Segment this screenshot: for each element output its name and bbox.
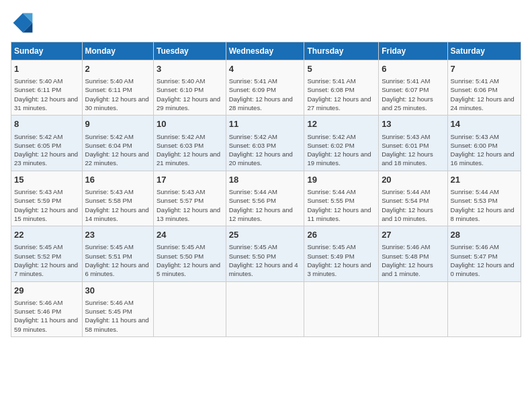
day-info: Sunrise: 5:42 AMSunset: 6:03 PMDaylight:…: [229, 132, 302, 168]
day-number: 28: [451, 229, 518, 241]
calendar-cell: 20Sunrise: 5:44 AMSunset: 5:54 PMDayligh…: [379, 171, 447, 226]
header-cell-saturday: Saturday: [447, 42, 521, 60]
calendar-cell: 26Sunrise: 5:45 AMSunset: 5:49 PMDayligh…: [304, 226, 379, 281]
day-info: Sunrise: 5:45 AMSunset: 5:50 PMDaylight:…: [229, 242, 302, 278]
day-number: 6: [382, 63, 444, 75]
day-number: 23: [85, 229, 150, 241]
day-number: 25: [229, 229, 302, 241]
calendar-cell: 24Sunrise: 5:45 AMSunset: 5:50 PMDayligh…: [154, 226, 226, 281]
day-number: 4: [229, 63, 302, 75]
calendar-body: 1Sunrise: 5:40 AMSunset: 6:11 PMDaylight…: [11, 60, 521, 337]
day-number: 12: [307, 118, 375, 130]
calendar-cell: 10Sunrise: 5:42 AMSunset: 6:03 PMDayligh…: [154, 116, 226, 171]
calendar-cell: 27Sunrise: 5:46 AMSunset: 5:48 PMDayligh…: [379, 226, 447, 281]
calendar-cell: 14Sunrise: 5:43 AMSunset: 6:00 PMDayligh…: [447, 116, 521, 171]
calendar-cell: 11Sunrise: 5:42 AMSunset: 6:03 PMDayligh…: [226, 116, 304, 171]
day-number: 27: [382, 229, 444, 241]
week-row-5: 29Sunrise: 5:46 AMSunset: 5:46 PMDayligh…: [11, 281, 521, 336]
day-number: 11: [229, 118, 302, 130]
calendar-cell: [226, 281, 304, 336]
calendar-cell: 15Sunrise: 5:43 AMSunset: 5:59 PMDayligh…: [11, 171, 83, 226]
day-info: Sunrise: 5:43 AMSunset: 5:58 PMDaylight:…: [85, 187, 150, 223]
day-number: 3: [157, 63, 223, 75]
day-info: Sunrise: 5:41 AMSunset: 6:07 PMDaylight:…: [382, 77, 444, 112]
calendar-cell: 9Sunrise: 5:42 AMSunset: 6:04 PMDaylight…: [82, 116, 153, 171]
day-info: Sunrise: 5:43 AMSunset: 6:00 PMDaylight:…: [451, 132, 518, 168]
day-info: Sunrise: 5:41 AMSunset: 6:06 PMDaylight:…: [451, 77, 518, 112]
day-number: 16: [85, 174, 150, 186]
day-number: 1: [14, 63, 79, 75]
calendar-cell: 21Sunrise: 5:44 AMSunset: 5:53 PMDayligh…: [447, 171, 521, 226]
day-number: 9: [85, 118, 150, 130]
day-info: Sunrise: 5:43 AMSunset: 6:01 PMDaylight:…: [382, 132, 444, 168]
calendar-cell: 23Sunrise: 5:45 AMSunset: 5:51 PMDayligh…: [82, 226, 153, 281]
day-info: Sunrise: 5:45 AMSunset: 5:52 PMDaylight:…: [14, 242, 79, 278]
week-row-4: 22Sunrise: 5:45 AMSunset: 5:52 PMDayligh…: [11, 226, 521, 281]
page-header: [11, 11, 521, 35]
day-number: 15: [14, 174, 79, 186]
day-info: Sunrise: 5:44 AMSunset: 5:53 PMDaylight:…: [451, 187, 518, 223]
calendar-cell: 25Sunrise: 5:45 AMSunset: 5:50 PMDayligh…: [226, 226, 304, 281]
calendar-cell: 16Sunrise: 5:43 AMSunset: 5:58 PMDayligh…: [82, 171, 153, 226]
day-info: Sunrise: 5:41 AMSunset: 6:08 PMDaylight:…: [307, 77, 375, 112]
calendar-cell: 29Sunrise: 5:46 AMSunset: 5:46 PMDayligh…: [11, 281, 83, 336]
calendar-cell: 7Sunrise: 5:41 AMSunset: 6:06 PMDaylight…: [447, 60, 521, 116]
day-info: Sunrise: 5:42 AMSunset: 6:03 PMDaylight:…: [157, 132, 223, 168]
calendar-header: SundayMondayTuesdayWednesdayThursdayFrid…: [11, 42, 521, 60]
day-info: Sunrise: 5:44 AMSunset: 5:55 PMDaylight:…: [307, 187, 375, 223]
day-number: 20: [382, 174, 444, 186]
calendar-cell: 22Sunrise: 5:45 AMSunset: 5:52 PMDayligh…: [11, 226, 83, 281]
calendar-cell: 19Sunrise: 5:44 AMSunset: 5:55 PMDayligh…: [304, 171, 379, 226]
calendar-cell: [447, 281, 521, 336]
week-row-3: 15Sunrise: 5:43 AMSunset: 5:59 PMDayligh…: [11, 171, 521, 226]
day-info: Sunrise: 5:45 AMSunset: 5:50 PMDaylight:…: [157, 242, 223, 278]
calendar-cell: [379, 281, 447, 336]
day-info: Sunrise: 5:46 AMSunset: 5:48 PMDaylight:…: [382, 242, 444, 278]
day-info: Sunrise: 5:46 AMSunset: 5:45 PMDaylight:…: [85, 298, 150, 334]
logo: [11, 11, 38, 35]
day-info: Sunrise: 5:43 AMSunset: 5:59 PMDaylight:…: [14, 187, 79, 223]
day-number: 21: [451, 174, 518, 186]
day-number: 14: [451, 118, 518, 130]
day-number: 29: [14, 285, 79, 297]
calendar-cell: 3Sunrise: 5:40 AMSunset: 6:10 PMDaylight…: [154, 60, 226, 116]
header-cell-friday: Friday: [379, 42, 447, 60]
day-number: 5: [307, 63, 375, 75]
day-info: Sunrise: 5:42 AMSunset: 6:05 PMDaylight:…: [14, 132, 79, 168]
day-info: Sunrise: 5:44 AMSunset: 5:54 PMDaylight:…: [382, 187, 444, 223]
day-info: Sunrise: 5:44 AMSunset: 5:56 PMDaylight:…: [229, 187, 302, 223]
header-cell-sunday: Sunday: [11, 42, 83, 60]
calendar-cell: 2Sunrise: 5:40 AMSunset: 6:11 PMDaylight…: [82, 60, 153, 116]
calendar-cell: 13Sunrise: 5:43 AMSunset: 6:01 PMDayligh…: [379, 116, 447, 171]
day-number: 22: [14, 229, 79, 241]
calendar-cell: 12Sunrise: 5:42 AMSunset: 6:02 PMDayligh…: [304, 116, 379, 171]
day-info: Sunrise: 5:40 AMSunset: 6:11 PMDaylight:…: [85, 77, 150, 112]
calendar-cell: 18Sunrise: 5:44 AMSunset: 5:56 PMDayligh…: [226, 171, 304, 226]
day-info: Sunrise: 5:40 AMSunset: 6:10 PMDaylight:…: [157, 77, 223, 112]
day-number: 18: [229, 174, 302, 186]
calendar-cell: 17Sunrise: 5:43 AMSunset: 5:57 PMDayligh…: [154, 171, 226, 226]
day-info: Sunrise: 5:42 AMSunset: 6:04 PMDaylight:…: [85, 132, 150, 168]
week-row-1: 1Sunrise: 5:40 AMSunset: 6:11 PMDaylight…: [11, 60, 521, 116]
calendar-cell: 6Sunrise: 5:41 AMSunset: 6:07 PMDaylight…: [379, 60, 447, 116]
calendar-cell: 28Sunrise: 5:46 AMSunset: 5:47 PMDayligh…: [447, 226, 521, 281]
calendar-table: SundayMondayTuesdayWednesdayThursdayFrid…: [11, 42, 521, 337]
header-cell-monday: Monday: [82, 42, 153, 60]
calendar-cell: [304, 281, 379, 336]
logo-icon: [11, 11, 35, 35]
calendar-cell: 1Sunrise: 5:40 AMSunset: 6:11 PMDaylight…: [11, 60, 83, 116]
header-cell-tuesday: Tuesday: [154, 42, 226, 60]
header-cell-thursday: Thursday: [304, 42, 379, 60]
day-number: 13: [382, 118, 444, 130]
header-cell-wednesday: Wednesday: [226, 42, 304, 60]
day-info: Sunrise: 5:43 AMSunset: 5:57 PMDaylight:…: [157, 187, 223, 223]
header-row: SundayMondayTuesdayWednesdayThursdayFrid…: [11, 42, 521, 60]
calendar-cell: 4Sunrise: 5:41 AMSunset: 6:09 PMDaylight…: [226, 60, 304, 116]
calendar-cell: 5Sunrise: 5:41 AMSunset: 6:08 PMDaylight…: [304, 60, 379, 116]
day-number: 7: [451, 63, 518, 75]
day-info: Sunrise: 5:46 AMSunset: 5:46 PMDaylight:…: [14, 298, 79, 334]
day-number: 30: [85, 285, 150, 297]
day-number: 10: [157, 118, 223, 130]
day-info: Sunrise: 5:45 AMSunset: 5:51 PMDaylight:…: [85, 242, 150, 278]
day-info: Sunrise: 5:42 AMSunset: 6:02 PMDaylight:…: [307, 132, 375, 168]
